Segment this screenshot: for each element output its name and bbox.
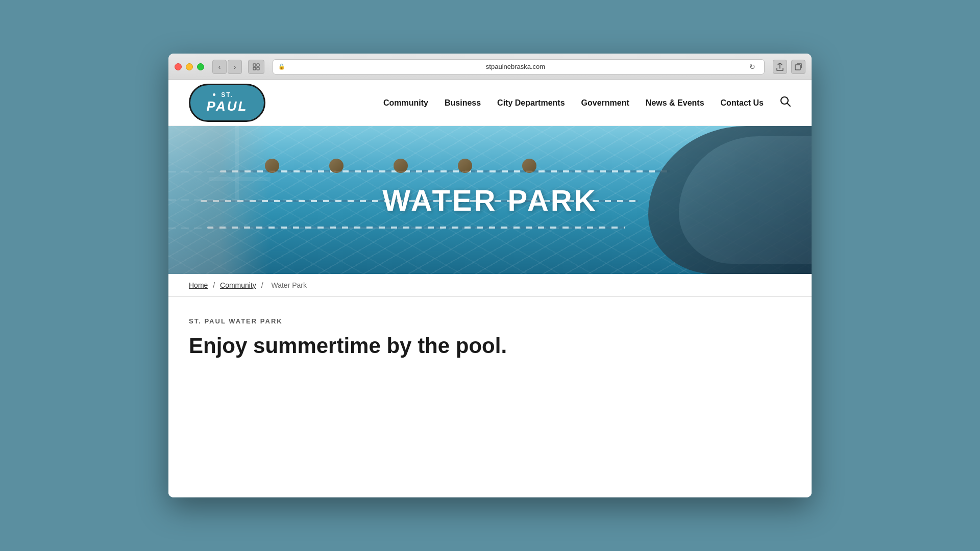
fullscreen-button[interactable] xyxy=(197,63,204,70)
nav-community[interactable]: Community xyxy=(383,98,428,108)
share-button[interactable] xyxy=(773,60,787,74)
lock-icon: 🔒 xyxy=(278,63,285,70)
logo-badge: ST. PAUL xyxy=(189,84,265,122)
breadcrumb-separator-1: / xyxy=(213,281,217,289)
url-text: stpaulnebraska.com xyxy=(288,63,743,70)
logo-st-text: ST. xyxy=(221,91,233,98)
logo-dot xyxy=(213,93,215,96)
nav-buttons: ‹ › xyxy=(212,60,242,74)
site-header: ST. PAUL Community Business City Departm… xyxy=(168,80,812,126)
newwindow-button[interactable] xyxy=(791,60,805,74)
titlebar: ‹ › 🔒 stpaulnebraska.com ↻ xyxy=(168,54,812,80)
section-label: ST. PAUL WATER PARK xyxy=(189,317,791,325)
page-heading: Enjoy summertime by the pool. xyxy=(189,333,791,359)
close-button[interactable] xyxy=(175,63,182,70)
svg-rect-3 xyxy=(257,67,259,70)
website-content: ST. PAUL Community Business City Departm… xyxy=(168,80,812,497)
nav-news-events[interactable]: News & Events xyxy=(646,98,704,108)
back-button[interactable]: ‹ xyxy=(212,60,227,74)
content-area: ST. PAUL WATER PARK Enjoy summertime by … xyxy=(168,297,812,497)
refresh-button[interactable]: ↻ xyxy=(746,60,759,73)
svg-rect-2 xyxy=(253,67,256,70)
hero-title: WATER PARK xyxy=(382,183,597,217)
breadcrumb: Home / Community / Water Park xyxy=(168,274,812,297)
toolbar-right xyxy=(773,60,805,74)
search-icon[interactable] xyxy=(780,96,791,110)
minimize-button[interactable] xyxy=(186,63,193,70)
browser-window: ‹ › 🔒 stpaulnebraska.com ↻ xyxy=(168,54,812,497)
breadcrumb-home[interactable]: Home xyxy=(189,281,208,289)
site-nav: Community Business City Departments Gove… xyxy=(383,96,791,110)
nav-city-departments[interactable]: City Departments xyxy=(497,98,565,108)
breadcrumb-community[interactable]: Community xyxy=(220,281,256,289)
traffic-lights xyxy=(175,63,204,70)
svg-rect-1 xyxy=(257,64,259,66)
forward-button[interactable]: › xyxy=(228,60,242,74)
hero-banner: WATER PARK xyxy=(168,126,812,274)
nav-contact-us[interactable]: Contact Us xyxy=(721,98,764,108)
nav-business[interactable]: Business xyxy=(445,98,481,108)
logo-paul-text: PAUL xyxy=(207,98,248,114)
nav-government[interactable]: Government xyxy=(581,98,629,108)
address-bar[interactable]: 🔒 stpaulnebraska.com ↻ xyxy=(273,59,765,74)
svg-rect-0 xyxy=(253,64,256,66)
svg-rect-9 xyxy=(235,126,239,203)
svg-rect-4 xyxy=(795,65,800,70)
tab-overview-button[interactable] xyxy=(248,60,264,74)
svg-rect-10 xyxy=(209,177,271,181)
site-logo[interactable]: ST. PAUL xyxy=(189,84,265,122)
breadcrumb-current: Water Park xyxy=(272,281,307,289)
breadcrumb-separator-2: / xyxy=(261,281,265,289)
